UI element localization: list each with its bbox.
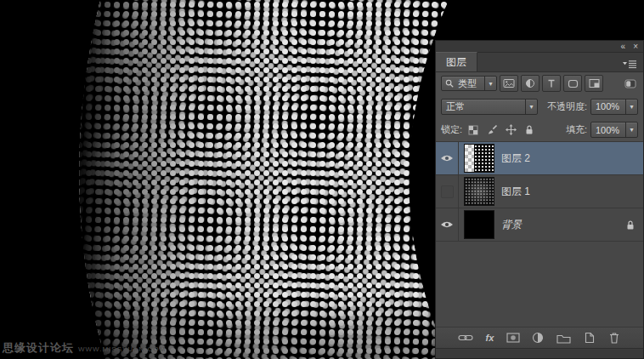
- pixel-layer-filter-icon: [503, 78, 515, 88]
- collapse-panel-button[interactable]: «: [621, 43, 626, 51]
- adjustment-layer-icon: [532, 332, 544, 344]
- link-icon: [458, 333, 473, 343]
- eye-icon: [440, 220, 454, 229]
- layer-thumbnail[interactable]: [464, 177, 494, 206]
- chevron-down-icon: ▾: [625, 100, 637, 114]
- layer-row-layer-2[interactable]: 图层 2: [436, 142, 643, 175]
- layer-row-background[interactable]: 背景: [436, 208, 643, 242]
- lock-label: 锁定:: [441, 123, 462, 136]
- delete-layer-button[interactable]: [607, 329, 621, 346]
- layer-mask-icon: [506, 333, 520, 343]
- layer-thumbnail[interactable]: [464, 144, 494, 173]
- layer-name[interactable]: 图层 2: [501, 151, 530, 166]
- shape-filter-icon: [568, 79, 579, 88]
- layer-filter-toggle[interactable]: [623, 76, 638, 91]
- visibility-toggle[interactable]: [436, 142, 459, 174]
- new-adjustment-layer-button[interactable]: [532, 329, 544, 346]
- move-icon: [506, 124, 517, 135]
- photoshop-workspace: 思缘设计论坛 WWW.MISSYUAN.COM « × 图层: [0, 0, 644, 359]
- panel-controls-strip: « ×: [436, 41, 643, 53]
- search-icon: [445, 79, 454, 88]
- layer-name[interactable]: 背景: [501, 218, 522, 232]
- brush-icon: [487, 124, 498, 135]
- lock-icon: [626, 219, 635, 231]
- filter-type-select[interactable]: 类型 ▾: [441, 76, 497, 91]
- filter-adjustment-layers-button[interactable]: [521, 75, 539, 92]
- layer-thumbnail[interactable]: [464, 210, 494, 239]
- layers-panel-bottom-bar: fx: [436, 327, 643, 348]
- visibility-toggle[interactable]: [436, 175, 459, 208]
- lock-position-button[interactable]: [503, 123, 518, 138]
- lock-image-pixels-button[interactable]: [484, 123, 500, 138]
- adjustment-filter-icon: [525, 78, 535, 88]
- opacity-value: 100%: [591, 101, 625, 111]
- filter-smart-objects-button[interactable]: [585, 75, 603, 92]
- chevron-down-icon: ▾: [525, 100, 537, 114]
- blend-opacity-row: 正常 ▾ 不透明度: 100% ▾: [436, 94, 643, 118]
- panel-footer-strip: [436, 348, 643, 358]
- filter-pixel-layers-button[interactable]: [500, 75, 518, 92]
- watermark-site-url: WWW.MISSYUAN.COM: [78, 345, 166, 353]
- lock-fill-row: 锁定:: [436, 118, 643, 142]
- layer-row-layer-1[interactable]: 图层 1: [436, 175, 643, 208]
- chevron-down-icon: ▾: [625, 123, 637, 137]
- visibility-toggle[interactable]: [436, 208, 459, 241]
- lock-icon: [525, 124, 534, 135]
- new-layer-icon: [583, 332, 595, 344]
- blend-mode-select[interactable]: 正常 ▾: [441, 99, 538, 115]
- tab-layers[interactable]: 图层: [436, 52, 477, 71]
- filter-type-layers-button[interactable]: [542, 75, 561, 92]
- filter-toggle-icon: [624, 79, 636, 88]
- smart-object-filter-icon: [589, 78, 600, 88]
- filter-type-value: 类型: [454, 77, 484, 90]
- layers-panel: « × 图层 类型: [435, 40, 644, 359]
- checkerboard-icon: [468, 125, 478, 135]
- layer-list: 图层 2 图层 1 背景: [436, 142, 643, 242]
- fx-icon: fx: [486, 329, 494, 346]
- blend-mode-value: 正常: [442, 100, 525, 113]
- halftone-thumbnail-art: [474, 145, 494, 172]
- panel-menu-icon: [622, 60, 637, 69]
- layer-list-empty-area: [436, 242, 643, 327]
- eye-icon: [440, 154, 454, 162]
- watermark-site-name: 思缘设计论坛: [3, 340, 74, 356]
- close-panel-button[interactable]: ×: [633, 43, 638, 51]
- layer-name[interactable]: 图层 1: [501, 185, 530, 199]
- trash-icon: [607, 332, 621, 344]
- fill-label: 填充:: [566, 123, 587, 136]
- add-layer-style-button[interactable]: fx: [486, 329, 494, 346]
- new-group-button[interactable]: [556, 329, 571, 346]
- watermark: 思缘设计论坛 WWW.MISSYUAN.COM: [3, 340, 166, 356]
- layer-filter-row: 类型 ▾: [436, 72, 643, 94]
- opacity-select[interactable]: 100% ▾: [590, 99, 638, 115]
- link-layers-button[interactable]: [458, 329, 473, 346]
- panel-tab-row: 图层: [436, 53, 643, 72]
- chevron-down-icon: ▾: [484, 77, 496, 90]
- lock-transparent-pixels-button[interactable]: [466, 123, 481, 138]
- folder-icon: [556, 333, 571, 344]
- panel-menu-button[interactable]: [620, 57, 639, 71]
- opacity-label: 不透明度:: [547, 100, 587, 113]
- filter-shape-layers-button[interactable]: [563, 75, 582, 92]
- type-filter-icon: [546, 78, 556, 88]
- lock-all-button[interactable]: [522, 123, 537, 138]
- fill-value: 100%: [591, 125, 625, 135]
- visibility-empty-well: [441, 185, 454, 198]
- new-layer-button[interactable]: [583, 329, 595, 346]
- fill-select[interactable]: 100% ▾: [590, 122, 638, 138]
- add-layer-mask-button[interactable]: [506, 329, 520, 346]
